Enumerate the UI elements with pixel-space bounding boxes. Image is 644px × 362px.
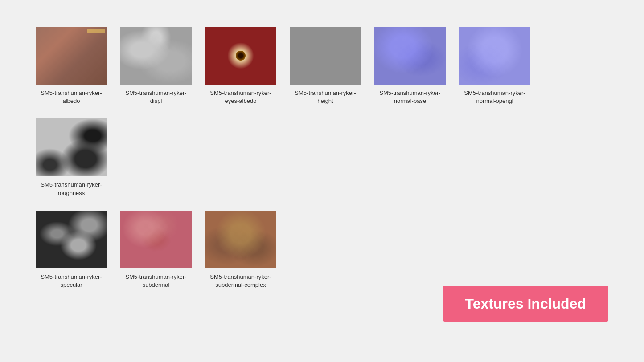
texture-label-height: SM5-transhuman-ryker-height [290, 89, 361, 105]
texture-item-height[interactable]: SM5-transhuman-ryker-height [290, 27, 361, 105]
texture-label-normal-base: SM5-transhuman-ryker-normal-base [374, 89, 446, 105]
texture-item-albedo[interactable]: SM5-transhuman-ryker-albedo [36, 27, 107, 105]
texture-label-normal-opengl: SM5-transhuman-ryker-normal-opengl [459, 89, 530, 105]
texture-item-roughness[interactable]: SM5-transhuman-ryker-roughness [36, 118, 107, 197]
texture-thumb-subdermal-complex [205, 211, 276, 268]
texture-grid: SM5-transhuman-ryker-albedo SM5-transhum… [36, 27, 608, 197]
textures-included-badge: Textures Included [443, 286, 608, 322]
texture-grid-row2: SM5-transhuman-ryker-specular SM5-transh… [36, 211, 608, 289]
main-content: SM5-transhuman-ryker-albedo SM5-transhum… [0, 0, 644, 316]
texture-label-subdermal: SM5-transhuman-ryker-subdermal [120, 273, 192, 289]
texture-label-displ: SM5-transhuman-ryker-displ [120, 89, 192, 105]
texture-thumb-roughness [36, 118, 107, 176]
texture-item-displ[interactable]: SM5-transhuman-ryker-displ [120, 27, 192, 105]
texture-item-subdermal-complex[interactable]: SM5-transhuman-ryker-subdermal-complex [205, 211, 276, 289]
texture-label-specular: SM5-transhuman-ryker-specular [36, 273, 107, 289]
texture-thumb-height [290, 27, 361, 85]
texture-label-eyes-albedo: SM5-transhuman-ryker-eyes-albedo [205, 89, 276, 105]
texture-thumb-albedo [36, 27, 107, 85]
texture-item-specular[interactable]: SM5-transhuman-ryker-specular [36, 211, 107, 289]
texture-thumb-subdermal [120, 211, 192, 268]
texture-label-roughness: SM5-transhuman-ryker-roughness [36, 181, 107, 197]
texture-label-albedo: SM5-transhuman-ryker-albedo [36, 89, 107, 105]
texture-thumb-eyes-albedo [205, 27, 276, 85]
texture-thumb-displ [120, 27, 192, 85]
texture-item-subdermal[interactable]: SM5-transhuman-ryker-subdermal [120, 211, 192, 289]
texture-item-eyes-albedo[interactable]: SM5-transhuman-ryker-eyes-albedo [205, 27, 276, 105]
texture-label-subdermal-complex: SM5-transhuman-ryker-subdermal-complex [205, 273, 276, 289]
texture-item-normal-opengl[interactable]: SM5-transhuman-ryker-normal-opengl [459, 27, 530, 105]
texture-item-normal-base[interactable]: SM5-transhuman-ryker-normal-base [374, 27, 446, 105]
texture-thumb-specular [36, 211, 107, 268]
texture-thumb-normal-base [374, 27, 446, 85]
texture-thumb-normal-opengl [459, 27, 530, 85]
